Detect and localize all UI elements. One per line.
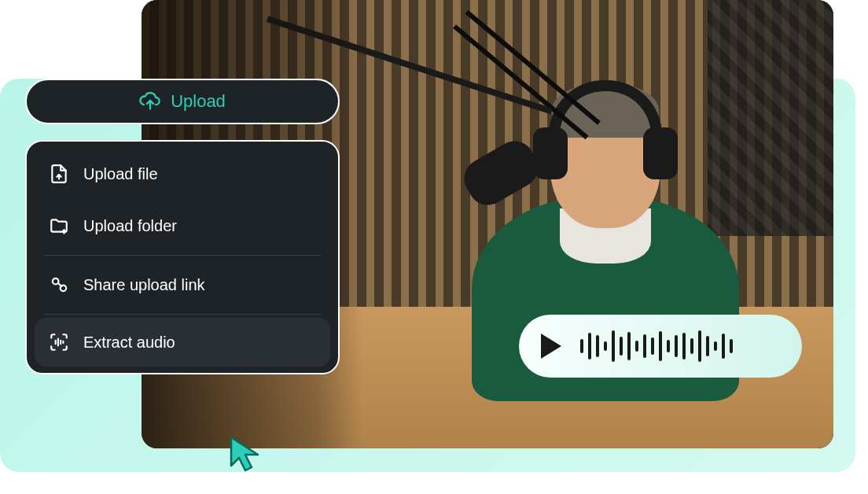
wave-bar [643, 334, 646, 358]
menu-divider [44, 314, 321, 315]
wave-bar [659, 331, 662, 361]
play-button[interactable] [541, 334, 561, 359]
wave-bar [604, 341, 607, 351]
menu-item-upload-file[interactable]: Upload file [27, 148, 338, 200]
wave-bar [596, 335, 599, 357]
wave-bar [698, 330, 701, 362]
cursor-icon [226, 434, 266, 474]
upload-dropdown-menu: Upload file Upload folder Share upload l… [25, 140, 340, 374]
wave-bar [714, 341, 717, 351]
extract-audio-icon [49, 332, 69, 352]
wave-bar [651, 337, 654, 355]
wave-bar [620, 337, 623, 356]
wave-bar [730, 339, 733, 353]
wave-bar [682, 333, 686, 359]
wave-bar [706, 336, 709, 356]
menu-item-extract-audio[interactable]: Extract audio [35, 318, 330, 367]
menu-item-label: Upload file [83, 165, 158, 183]
wave-bar [612, 330, 615, 362]
wave-bar [580, 339, 583, 353]
wave-bar [635, 341, 638, 352]
upload-button-label: Upload [171, 91, 226, 112]
wave-bar [722, 334, 725, 359]
menu-item-share-link[interactable]: Share upload link [27, 259, 338, 311]
menu-divider [44, 255, 321, 256]
wave-bar [690, 338, 693, 354]
menu-item-upload-folder[interactable]: Upload folder [27, 200, 338, 252]
wave-bar [627, 332, 631, 360]
share-link-icon [49, 275, 69, 295]
cloud-upload-icon [139, 92, 161, 111]
upload-button[interactable]: Upload [25, 79, 340, 124]
file-upload-icon [49, 164, 69, 184]
audio-player [519, 315, 802, 378]
menu-item-label: Share upload link [83, 276, 205, 294]
wave-bar [667, 340, 670, 352]
wave-bar [588, 333, 591, 359]
waveform-display[interactable] [580, 329, 733, 363]
wave-bar [675, 335, 678, 357]
menu-item-label: Upload folder [83, 217, 177, 235]
menu-item-label: Extract audio [83, 334, 175, 352]
folder-upload-icon [49, 216, 69, 236]
